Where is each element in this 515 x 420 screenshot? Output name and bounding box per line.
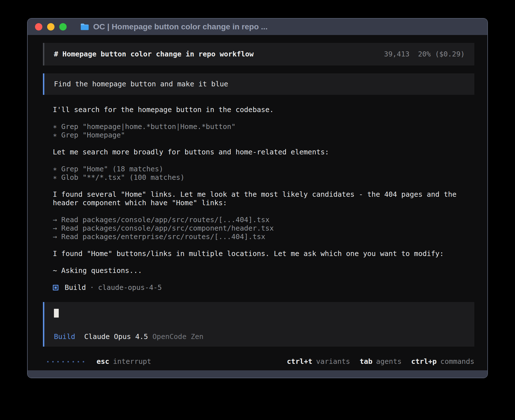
transcript-line <box>53 207 474 216</box>
transcript-line: I found "Home" buttons/links in multiple… <box>53 250 474 258</box>
transcript-line: ∗ Grep "homepage|home.*button|Home.*butt… <box>53 123 474 131</box>
transcript-line <box>53 156 474 165</box>
terminal-content: # Homepage button color change in repo w… <box>28 35 487 370</box>
shortcut-key: ctrl+p <box>411 357 437 366</box>
task-status-icon <box>53 285 58 290</box>
titlebar[interactable]: OC | Homepage button color change in rep… <box>28 19 487 35</box>
transcript-line: ∗ Grep "Homepage" <box>53 131 474 139</box>
status-left: esc interrupt <box>47 357 151 366</box>
transcript-line: ~ Asking questions... <box>53 266 474 275</box>
transcript-line <box>53 114 474 123</box>
spinner-dot <box>83 361 84 362</box>
context-cost: 20% ($0.29) <box>418 50 465 58</box>
shortcut-tab: tabagents <box>360 357 401 366</box>
session-stats: 39,413 20% ($0.29) <box>384 50 465 58</box>
transcript-line <box>53 182 474 190</box>
spinner-dot <box>78 361 79 362</box>
spinner-dot <box>73 361 74 362</box>
user-message: Find the homepage button and make it blu… <box>43 73 474 95</box>
transcript-line: header component which have "Home" links… <box>53 199 474 207</box>
esc-key-hint: esc <box>97 357 109 366</box>
folder-icon <box>80 23 89 30</box>
transcript-line: I'll search for the homepage button in t… <box>53 106 474 114</box>
transcript: I'll search for the homepage button in t… <box>43 106 474 292</box>
traffic-lights <box>35 23 67 30</box>
minimize-button[interactable] <box>47 23 54 30</box>
user-message-text: Find the homepage button and make it blu… <box>54 80 228 88</box>
session-title: # Homepage button color change in repo w… <box>54 50 254 58</box>
shortcut-key: tab <box>360 357 372 366</box>
spinner-dot <box>47 361 49 362</box>
transcript-line <box>53 258 474 266</box>
session-header: # Homepage button color change in repo w… <box>43 43 474 65</box>
task-agent: Build <box>65 283 86 292</box>
transcript-line: → Read packages/console/app/src/componen… <box>53 224 474 233</box>
agent-task-row: Build·claude-opus-4-5 <box>53 283 474 292</box>
spinner-dot <box>57 361 59 362</box>
input-footer: Build Claude Opus 4.5 OpenCode Zen <box>54 333 465 341</box>
transcript-line <box>53 275 474 283</box>
transcript-line: Let me search more broadly for buttons a… <box>53 148 474 156</box>
prompt-input[interactable]: Build Claude Opus 4.5 OpenCode Zen <box>43 302 474 347</box>
transcript-line: → Read packages/console/app/src/routes/[… <box>53 216 474 224</box>
spinner-dots <box>47 361 84 362</box>
esc-key-action: interrupt <box>113 357 151 366</box>
transcript-line <box>53 241 474 250</box>
status-right: ctrl+tvariantstabagentsctrl+pcommands <box>287 357 474 366</box>
shortcut-action: variants <box>316 357 350 366</box>
zoom-button[interactable] <box>59 23 67 30</box>
shortcut-key: ctrl+t <box>287 357 312 366</box>
shortcut-ctrl-p: ctrl+pcommands <box>411 357 474 366</box>
provider-name: OpenCode Zen <box>152 333 204 341</box>
status-bar: esc interrupt ctrl+tvariantstabagentsctr… <box>43 357 474 366</box>
model-name[interactable]: Claude Opus 4.5 <box>84 333 148 341</box>
spinner-dot <box>52 361 54 362</box>
transcript-line: I found several "Home" links. Let me loo… <box>53 190 474 199</box>
spinner-dot <box>67 361 69 362</box>
transcript-line: ∗ Grep "Home" (18 matches) <box>53 165 474 173</box>
close-button[interactable] <box>35 23 42 30</box>
transcript-line: ∗ Glob "**/*.tsx" (100 matches) <box>53 173 474 182</box>
window-title: OC | Homepage button color change in rep… <box>93 22 268 31</box>
window-footer <box>28 370 487 378</box>
task-separator: · <box>90 283 94 292</box>
transcript-line <box>53 139 474 148</box>
terminal-window: OC | Homepage button color change in rep… <box>27 18 488 378</box>
shortcut-action: commands <box>440 357 474 366</box>
agent-name[interactable]: Build <box>54 333 75 341</box>
transcript-line: → Read packages/enterprise/src/routes/[.… <box>53 233 474 241</box>
text-cursor <box>54 309 59 318</box>
spinner-dot <box>62 361 64 362</box>
task-model: claude-opus-4-5 <box>98 283 162 292</box>
shortcut-ctrl-t: ctrl+tvariants <box>287 357 350 366</box>
token-count: 39,413 <box>384 50 409 58</box>
shortcut-action: agents <box>376 357 401 366</box>
